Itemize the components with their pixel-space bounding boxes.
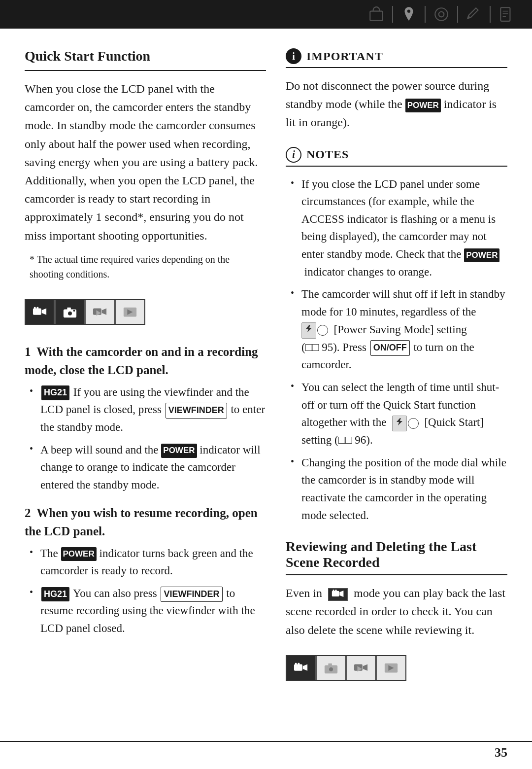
important-title: IMPORTANT bbox=[306, 50, 383, 63]
mode-icons-row-2 bbox=[286, 646, 507, 690]
quickstart-setting-circle bbox=[408, 418, 419, 429]
svg-marker-8 bbox=[41, 308, 46, 315]
svg-rect-22 bbox=[332, 590, 334, 591]
notes-bullet-2: The camcorder will shut off if left in s… bbox=[291, 285, 507, 373]
power-saving-icon bbox=[301, 322, 316, 338]
step-1-header: 1 With the camcorder on and in a recordi… bbox=[25, 343, 266, 380]
svg-rect-7 bbox=[33, 308, 41, 315]
mode-video-active-2 bbox=[287, 656, 315, 680]
step-1-bullet-2: A beep will sound and the POWER indicato… bbox=[30, 441, 266, 494]
svg-rect-30 bbox=[328, 663, 332, 665]
icon-divider-2 bbox=[425, 6, 426, 23]
mode-video-active bbox=[26, 300, 54, 324]
icon-divider-4 bbox=[490, 6, 491, 23]
important-divider bbox=[286, 67, 507, 68]
section2-divider bbox=[286, 574, 507, 575]
mode-camera-2 bbox=[317, 656, 345, 680]
step-2-bullet-1: The POWER indicator turns back green and… bbox=[30, 545, 266, 580]
main-content: Quick Start Function When you close the … bbox=[0, 29, 532, 744]
step-2-bullets: The POWER indicator turns back green and… bbox=[25, 545, 266, 637]
section2-container: Reviewing and Deleting the Last Scene Re… bbox=[286, 539, 507, 690]
mode-photo-playback-2 bbox=[377, 656, 405, 680]
notes-section: i NOTES If you close the LCD panel under… bbox=[286, 147, 507, 524]
svg-point-1 bbox=[435, 8, 448, 21]
quickstart-footnote: * The actual time required varies depend… bbox=[25, 252, 266, 281]
icon-divider-1 bbox=[392, 6, 393, 23]
section2-title: Reviewing and Deleting the Last Scene Re… bbox=[286, 539, 507, 570]
svg-rect-26 bbox=[295, 663, 297, 665]
svg-rect-13 bbox=[67, 307, 71, 310]
pencil-icon bbox=[463, 4, 485, 24]
svg-point-31 bbox=[334, 665, 336, 667]
svg-marker-21 bbox=[339, 591, 343, 597]
svg-rect-23 bbox=[335, 590, 336, 591]
section-title-quickstart: Quick Start Function bbox=[25, 48, 266, 66]
notes-title: NOTES bbox=[306, 148, 349, 161]
mode-camera-active bbox=[56, 300, 84, 324]
onoff-badge: ON/OFF bbox=[370, 340, 410, 356]
section2-body: Even in mode you can play back the last … bbox=[286, 584, 507, 639]
svg-rect-9 bbox=[33, 307, 35, 309]
step-1-bullets: HG21 If you are using the viewfinder and… bbox=[25, 384, 266, 494]
svg-rect-20 bbox=[332, 591, 339, 596]
icon-divider-3 bbox=[457, 6, 458, 23]
footer-line bbox=[0, 741, 532, 742]
svg-point-12 bbox=[67, 311, 72, 315]
viewfinder-badge-1: VIEWFINDER bbox=[166, 403, 227, 419]
svg-rect-27 bbox=[298, 663, 299, 665]
notes-bullet-3: You can select the length of time until … bbox=[291, 379, 507, 449]
step-2: 2 When you wish to resume recording, ope… bbox=[25, 504, 266, 637]
top-bar bbox=[0, 0, 532, 29]
step-2-text: When you wish to resume recording, open … bbox=[25, 506, 258, 538]
svg-marker-25 bbox=[302, 664, 307, 670]
page-number: 35 bbox=[495, 745, 507, 760]
step-1-number: 1 bbox=[25, 345, 31, 358]
svg-rect-10 bbox=[36, 307, 38, 309]
right-column: i IMPORTANT Do not disconnect the power … bbox=[286, 48, 507, 725]
svg-point-29 bbox=[329, 667, 333, 671]
important-icon-letter: i bbox=[292, 51, 295, 62]
mode-playback-2 bbox=[347, 656, 375, 680]
important-icon: i bbox=[286, 48, 301, 64]
step-1-bullet-1: HG21 If you are using the viewfinder and… bbox=[30, 384, 266, 436]
notes-bullets: If you close the LCD panel under some ci… bbox=[286, 175, 507, 524]
important-section: i IMPORTANT Do not disconnect the power … bbox=[286, 48, 507, 132]
circle-icon bbox=[431, 4, 452, 24]
power-badge-important: POWER bbox=[405, 99, 441, 112]
svg-marker-33 bbox=[363, 664, 367, 670]
svg-point-14 bbox=[73, 310, 75, 312]
top-icon-group bbox=[366, 4, 517, 24]
important-header: i IMPORTANT bbox=[286, 48, 507, 64]
mode-icons-row-1 bbox=[25, 290, 266, 334]
power-badge-notes1: POWER bbox=[464, 248, 499, 262]
svg-rect-0 bbox=[370, 11, 383, 21]
book-icon bbox=[496, 4, 517, 24]
step-2-number: 2 bbox=[25, 506, 31, 520]
inline-video-mode-icon bbox=[328, 588, 348, 601]
important-body: Do not disconnect the power source durin… bbox=[286, 77, 507, 132]
quickstart-body: When you close the LCD panel with the ca… bbox=[25, 80, 266, 245]
svg-marker-16 bbox=[101, 308, 106, 315]
power-saving-circle bbox=[317, 325, 328, 336]
svg-rect-3 bbox=[500, 7, 510, 21]
hg21-badge-1: HG21 bbox=[41, 385, 69, 400]
notes-header: i NOTES bbox=[286, 147, 507, 163]
viewfinder-badge-2: VIEWFINDER bbox=[161, 587, 222, 602]
svg-rect-24 bbox=[294, 664, 302, 670]
notes-icon-letter: i bbox=[292, 149, 295, 160]
hg21-badge-2: HG21 bbox=[41, 587, 69, 602]
notes-icon: i bbox=[286, 147, 301, 163]
section-divider-1 bbox=[25, 70, 266, 71]
bag-icon bbox=[366, 4, 387, 24]
quickstart-setting-icon bbox=[392, 416, 407, 431]
pin-icon bbox=[398, 4, 420, 24]
notes-bullet-1: If you close the LCD panel under some ci… bbox=[291, 175, 507, 281]
mode-playback bbox=[86, 300, 114, 324]
power-badge-1: POWER bbox=[161, 444, 197, 457]
mode-photo-playback bbox=[116, 300, 144, 324]
notes-bullet-4: Changing the position of the mode dial w… bbox=[291, 454, 507, 524]
power-badge-2: POWER bbox=[61, 547, 97, 561]
svg-point-2 bbox=[439, 12, 444, 17]
step-1: 1 With the camcorder on and in a recordi… bbox=[25, 343, 266, 494]
step-1-text: With the camcorder on and in a recording… bbox=[25, 345, 258, 377]
